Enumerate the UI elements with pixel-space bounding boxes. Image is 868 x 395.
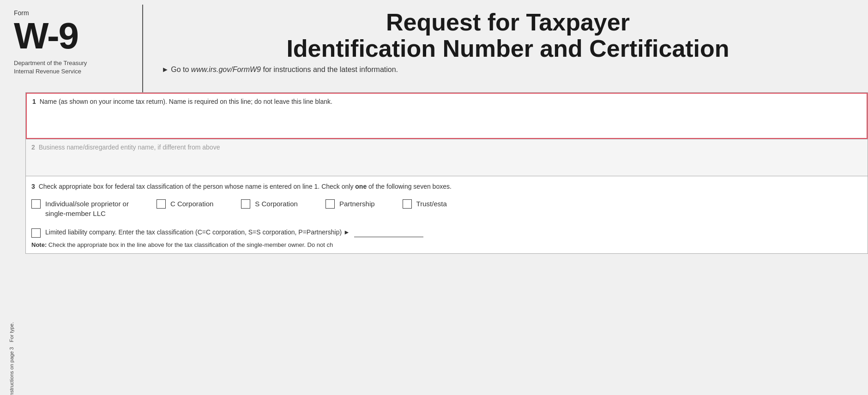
checkbox-s-corp: S Corporation	[241, 199, 298, 209]
field-1: 1 Name (as shown on your income tax retu…	[26, 93, 868, 139]
form-container: Form W-9 Department of the Treasury Inte…	[0, 0, 868, 395]
left-header: Form W-9 Department of the Treasury Inte…	[0, 5, 143, 92]
checkbox-partnership: Partnership	[326, 199, 375, 209]
note-row: Note: Check the appropriate box in the l…	[31, 240, 862, 250]
checkbox-individual-box[interactable]	[31, 199, 41, 209]
checkbox-individual-label: Individual/sole proprietor or single-mem…	[45, 199, 129, 218]
checkbox-partnership-label: Partnership	[339, 199, 375, 209]
llc-row: Limited liability company. Enter the tax…	[31, 227, 862, 238]
right-header: Request for Taxpayer Identification Numb…	[143, 5, 868, 92]
department-text: Department of the Treasury Internal Reve…	[14, 59, 133, 76]
checkbox-trust-label: Trust/esta	[416, 199, 447, 209]
checkboxes-row: Individual/sole proprietor or single-mem…	[31, 199, 862, 218]
checkbox-llc-box[interactable]	[31, 228, 41, 238]
field-3-title: 3 Check appropriate box for federal tax …	[31, 182, 862, 192]
sidebar-rotated: For type. Instructions on page 3	[0, 129, 23, 395]
checkbox-individual: Individual/sole proprietor or single-mem…	[31, 199, 129, 218]
checkbox-s-corp-box[interactable]	[241, 199, 250, 209]
llc-text: Limited liability company. Enter the tax…	[45, 227, 423, 237]
field-3-section: 3 Check appropriate box for federal tax …	[26, 176, 868, 253]
field-2-label: 2 Business name/disregarded entity name,…	[31, 143, 862, 152]
irs-url: www.irs.gov/FormW9	[191, 66, 261, 73]
form-body: 1 Name (as shown on your income tax retu…	[25, 92, 868, 254]
field-2: 2 Business name/disregarded entity name,…	[26, 139, 868, 176]
checkbox-c-corp-box[interactable]	[157, 199, 166, 209]
header-section: Form W-9 Department of the Treasury Inte…	[0, 0, 868, 92]
irs-link-line: ► Go to www.irs.gov/FormW9 for instructi…	[162, 66, 854, 74]
form-number: W-9	[14, 18, 133, 54]
field-1-label: 1 Name (as shown on your income tax retu…	[32, 97, 861, 107]
main-title: Request for Taxpayer Identification Numb…	[162, 9, 854, 62]
checkbox-partnership-box[interactable]	[326, 199, 335, 209]
checkbox-s-corp-label: S Corporation	[255, 199, 298, 209]
llc-classification-line[interactable]	[354, 237, 423, 237]
checkbox-trust-box[interactable]	[403, 199, 412, 209]
checkbox-trust: Trust/esta	[403, 199, 447, 209]
checkbox-c-corp-label: C Corporation	[170, 199, 213, 209]
checkbox-c-corp: C Corporation	[157, 199, 213, 209]
